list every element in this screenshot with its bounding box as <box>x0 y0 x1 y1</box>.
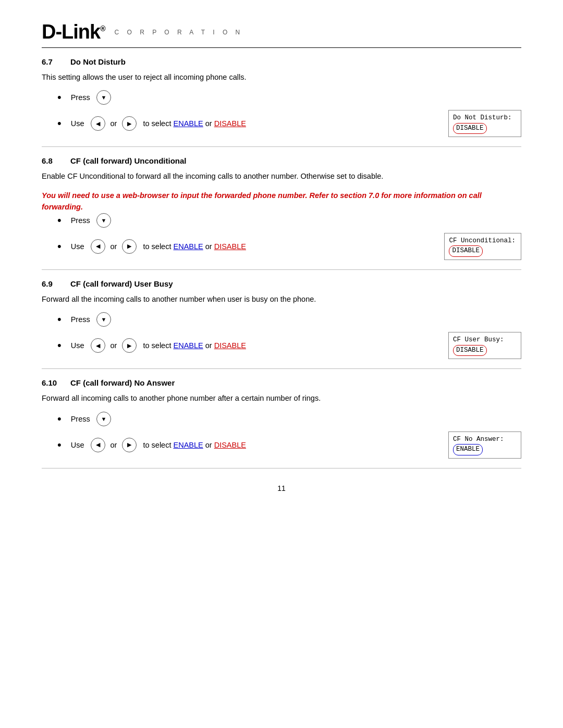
right-button-3[interactable] <box>122 438 137 452</box>
or-text-0: or <box>111 119 117 128</box>
disable-link-1[interactable]: DISABLE <box>214 242 246 251</box>
use-row-left-1: Use or to select ENABLE or DISABLE <box>71 239 435 254</box>
press-bullet-1: • Press <box>57 213 521 228</box>
right-button-0[interactable] <box>122 116 137 131</box>
use-row-left-3: Use or to select ENABLE or DISABLE <box>71 438 439 452</box>
right-button-2[interactable] <box>122 338 137 353</box>
left-button-0[interactable] <box>91 116 105 131</box>
header-divider <box>42 47 521 48</box>
press-bullet-0: • Press <box>57 90 521 105</box>
press-label-3: Press <box>71 415 94 423</box>
lcd-box-2: CF User Busy: DISABLE <box>448 332 521 359</box>
or-link-2: or <box>205 341 212 350</box>
bullet-dot-2: • <box>57 439 62 451</box>
use-bullet-2: • Use or to select ENABLE or DISABLE CF … <box>57 332 521 359</box>
use-label-2: Use <box>71 341 89 350</box>
bullet-dot: • <box>57 314 62 325</box>
down-button-1[interactable] <box>96 213 111 228</box>
use-row-1: Use or to select ENABLE or DISABLE CF Un… <box>71 233 521 260</box>
bullet-dot-2: • <box>57 340 62 351</box>
lcd-value-3: ENABLE <box>453 444 483 455</box>
use-label-3: Use <box>71 441 89 449</box>
lcd-title-2: CF User Busy: <box>453 336 504 343</box>
disable-link-3[interactable]: DISABLE <box>214 441 246 449</box>
lcd-box-0: Do Not Disturb: DISABLE <box>448 110 521 137</box>
section-6-8: 6.8CF (call forward) UnconditionalEnable… <box>42 156 521 269</box>
section-sep-3 <box>42 468 521 468</box>
select-text-1: to select ENABLE or DISABLE <box>143 242 246 251</box>
or-text-2: or <box>111 341 117 350</box>
lcd-value-0: DISABLE <box>453 123 487 134</box>
section-desc-italic-1: You will need to use a web-browser to in… <box>42 190 521 213</box>
left-button-1[interactable] <box>91 239 105 254</box>
use-row-0: Use or to select ENABLE or DISABLE Do No… <box>71 110 521 137</box>
section-desc-0: This setting allows the user to reject a… <box>42 71 521 83</box>
lcd-box-1: CF Unconditional: DISABLE <box>444 233 521 260</box>
page-number: 11 <box>42 484 521 492</box>
use-label-0: Use <box>71 119 89 128</box>
section-title-2: 6.9CF (call forward) User Busy <box>42 279 521 288</box>
lcd-value-1: DISABLE <box>449 245 483 257</box>
section-sep-0 <box>42 146 521 147</box>
enable-link-0[interactable]: ENABLE <box>173 119 203 128</box>
corporation-text: C O R P O R A T I O N <box>115 29 243 36</box>
down-button-2[interactable] <box>96 312 111 327</box>
bullet-dot-2: • <box>57 241 62 252</box>
section-title-0: 6.7Do Not Disturb <box>42 57 521 66</box>
or-link-1: or <box>205 242 212 251</box>
disable-link-0[interactable]: DISABLE <box>214 119 246 128</box>
left-button-3[interactable] <box>91 438 105 452</box>
use-row-left-0: Use or to select ENABLE or DISABLE <box>71 116 439 131</box>
lcd-title-0: Do Not Disturb: <box>453 114 512 121</box>
section-6-10: 6.10CF (call forward) No AnswerForward a… <box>42 378 521 468</box>
enable-link-3[interactable]: ENABLE <box>173 441 203 449</box>
use-bullet-0: • Use or to select ENABLE or DISABLE Do … <box>57 110 521 137</box>
registered-mark: ® <box>100 24 105 33</box>
lcd-title-3: CF No Answer: <box>453 436 504 443</box>
or-link-0: or <box>205 119 212 128</box>
page-header: D-Link® C O R P O R A T I O N <box>42 21 521 43</box>
left-button-2[interactable] <box>91 338 105 353</box>
use-label-1: Use <box>71 242 89 251</box>
select-text-3: to select ENABLE or DISABLE <box>143 441 246 449</box>
bullet-list-0: • Press • Use or to select ENABLE or DIS… <box>57 90 521 137</box>
sections-container: 6.7Do Not DisturbThis setting allows the… <box>42 57 521 468</box>
dlink-logo: D-Link® <box>42 21 105 43</box>
bullet-list-3: • Press • Use or to select ENABLE or DIS… <box>57 412 521 459</box>
press-bullet-2: • Press <box>57 312 521 327</box>
use-row-2: Use or to select ENABLE or DISABLE CF Us… <box>71 332 521 359</box>
bullet-dot: • <box>57 413 62 425</box>
section-sep-1 <box>42 269 521 270</box>
bullet-list-2: • Press • Use or to select ENABLE or DIS… <box>57 312 521 359</box>
section-title-3: 6.10CF (call forward) No Answer <box>42 378 521 387</box>
or-text-1: or <box>111 242 117 251</box>
press-label-1: Press <box>71 216 94 225</box>
right-button-1[interactable] <box>122 239 137 254</box>
press-label-0: Press <box>71 93 94 102</box>
bullet-dot-2: • <box>57 118 62 129</box>
or-link-3: or <box>205 441 212 449</box>
enable-link-2[interactable]: ENABLE <box>173 341 203 350</box>
bullet-dot: • <box>57 92 62 103</box>
section-6-7: 6.7Do Not DisturbThis setting allows the… <box>42 57 521 147</box>
use-row-left-2: Use or to select ENABLE or DISABLE <box>71 338 439 353</box>
bullet-list-1: • Press • Use or to select ENABLE or DIS… <box>57 213 521 260</box>
bullet-dot: • <box>57 215 62 226</box>
or-text-3: or <box>111 441 117 449</box>
section-title-1: 6.8CF (call forward) Unconditional <box>42 156 521 165</box>
enable-link-1[interactable]: ENABLE <box>173 242 203 251</box>
section-desc-2: Forward all the incoming calls to anothe… <box>42 293 521 305</box>
down-button-0[interactable] <box>96 90 111 105</box>
lcd-box-3: CF No Answer: ENABLE <box>448 431 521 459</box>
use-bullet-3: • Use or to select ENABLE or DISABLE CF … <box>57 431 521 459</box>
section-sep-2 <box>42 368 521 369</box>
press-bullet-3: • Press <box>57 412 521 426</box>
section-6-9: 6.9CF (call forward) User BusyForward al… <box>42 279 521 369</box>
lcd-title-1: CF Unconditional: <box>449 237 516 244</box>
down-button-3[interactable] <box>96 412 111 426</box>
disable-link-2[interactable]: DISABLE <box>214 341 246 350</box>
select-text-0: to select ENABLE or DISABLE <box>143 119 246 128</box>
use-row-3: Use or to select ENABLE or DISABLE CF No… <box>71 431 521 459</box>
section-desc-1: Enable CF Unconditional to forward all t… <box>42 170 521 182</box>
section-desc-3: Forward all incoming calls to another ph… <box>42 392 521 404</box>
